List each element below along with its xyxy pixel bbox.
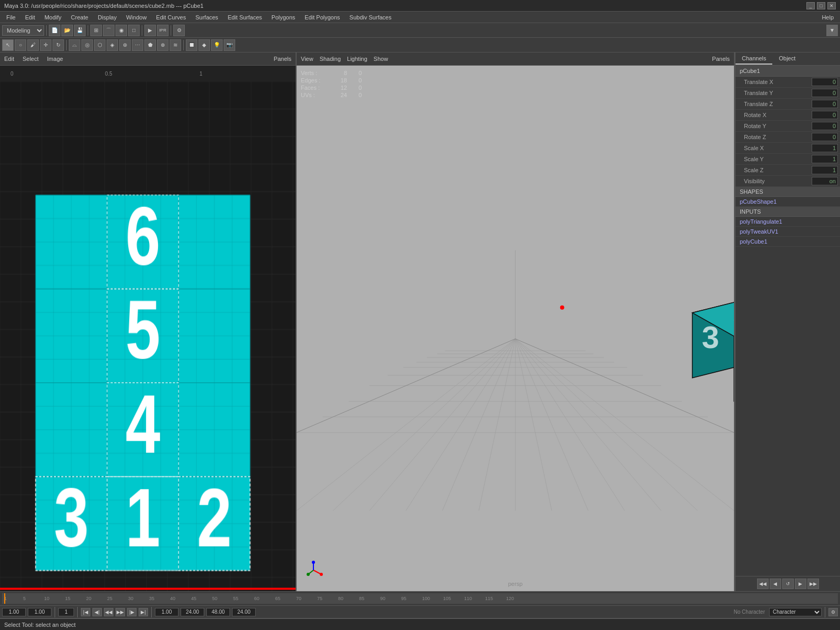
menu-create[interactable]: Create bbox=[67, 13, 92, 22]
scale-z-label: Scale Z bbox=[744, 167, 812, 173]
play-fwd-btn[interactable]: ▶▶ bbox=[116, 608, 125, 616]
3d-viewport[interactable]: Verts : 8 0 Edges : 18 0 Faces : 12 0 UV… bbox=[297, 66, 734, 591]
step-back-btn[interactable]: ◀| bbox=[92, 608, 102, 616]
object-tab[interactable]: Object bbox=[772, 53, 802, 65]
menu-modify[interactable]: Modify bbox=[40, 13, 66, 22]
poly-triangulate-item[interactable]: polyTriangulate1 bbox=[736, 217, 840, 227]
camera-btn[interactable]: 📷 bbox=[224, 39, 235, 51]
hypershade-btn[interactable]: ◆ bbox=[198, 39, 210, 51]
shading-menu[interactable]: Shading bbox=[320, 56, 341, 62]
time-ruler[interactable]: 1 5 10 15 20 25 30 35 40 45 50 55 60 65 … bbox=[2, 593, 838, 604]
subdiv-btn[interactable]: ◈ bbox=[107, 39, 118, 51]
prefs-btn[interactable]: ⚙ bbox=[828, 608, 838, 616]
rotate-btn[interactable]: ↻ bbox=[52, 39, 64, 51]
menu-surfaces[interactable]: Surfaces bbox=[191, 13, 222, 22]
rotate-y-input[interactable] bbox=[812, 122, 838, 130]
frame-field[interactable] bbox=[58, 608, 74, 616]
visibility-input[interactable] bbox=[812, 177, 838, 185]
step-fwd-btn[interactable]: |▶ bbox=[127, 608, 136, 616]
3d-panels-btn[interactable]: Panels bbox=[712, 56, 730, 62]
scale-y-label: Scale Y bbox=[744, 156, 812, 162]
play-back-btn[interactable]: ◀◀ bbox=[104, 608, 113, 616]
shapes-section-header[interactable]: SHAPES bbox=[736, 187, 840, 197]
menu-edit[interactable]: Edit bbox=[21, 13, 39, 22]
menu-edit-curves[interactable]: Edit Curves bbox=[152, 13, 190, 22]
inputs-section-header[interactable]: INPUTS bbox=[736, 207, 840, 217]
save-btn[interactable]: 💾 bbox=[74, 25, 86, 36]
poly-btn[interactable]: ⬡ bbox=[94, 39, 106, 51]
deform-btn[interactable]: ⊛ bbox=[119, 39, 131, 51]
lasso-btn[interactable]: ○ bbox=[15, 39, 26, 51]
menu-edit-polygons[interactable]: Edit Polygons bbox=[300, 13, 344, 22]
menu-polygons[interactable]: Polygons bbox=[267, 13, 299, 22]
show-menu[interactable]: Show bbox=[374, 56, 388, 62]
snap-grid-btn[interactable]: ⊞ bbox=[90, 25, 102, 36]
goto-end-btn[interactable]: ▶| bbox=[139, 608, 148, 616]
total-frames-field[interactable] bbox=[206, 608, 230, 616]
menu-subdiv-surfaces[interactable]: Subdiv Surfaces bbox=[345, 13, 396, 22]
step-field[interactable] bbox=[28, 608, 51, 616]
uv-select-menu[interactable]: Select bbox=[23, 56, 39, 62]
new-scene-btn[interactable]: 📄 bbox=[49, 25, 60, 36]
uv-edit-menu[interactable]: Edit bbox=[4, 56, 14, 62]
maximize-button[interactable]: □ bbox=[817, 2, 825, 9]
render-view-btn[interactable]: 🔲 bbox=[186, 39, 197, 51]
menu-file[interactable]: File bbox=[2, 13, 20, 22]
rotate-y-label: Rotate Y bbox=[744, 123, 812, 129]
open-btn[interactable]: 📂 bbox=[61, 25, 73, 36]
show-ui-btn[interactable]: ⚙ bbox=[173, 25, 185, 36]
uv-image-menu[interactable]: Image bbox=[47, 56, 64, 62]
playback-speed-field[interactable] bbox=[181, 608, 204, 616]
nav-fwd-btn[interactable]: ▶▶ bbox=[807, 579, 819, 589]
view-menu[interactable]: View bbox=[301, 56, 313, 62]
lighting-menu[interactable]: Lighting bbox=[347, 56, 368, 62]
modeling-mode-dropdown[interactable]: Modeling Animation Dynamics Rendering bbox=[2, 25, 44, 36]
minimize-button[interactable]: _ bbox=[806, 2, 815, 9]
rotate-x-input[interactable] bbox=[812, 111, 838, 119]
close-button[interactable]: ✕ bbox=[827, 2, 836, 9]
select-tool-btn[interactable]: ↖ bbox=[2, 39, 14, 51]
paint-select-btn[interactable]: 🖌 bbox=[27, 39, 39, 51]
move-btn[interactable]: ✛ bbox=[40, 39, 51, 51]
range-end-field[interactable] bbox=[232, 608, 256, 616]
constraint-btn[interactable]: ⊕ bbox=[157, 39, 169, 51]
shapes-item[interactable]: pCubeShape1 bbox=[736, 197, 840, 207]
character-dropdown[interactable]: Character bbox=[769, 608, 822, 616]
menu-help[interactable]: Help bbox=[817, 13, 838, 22]
select-mode-btn[interactable]: ▼ bbox=[826, 25, 838, 36]
uv-panels-btn[interactable]: Panels bbox=[274, 56, 291, 62]
snap-point-btn[interactable]: ◉ bbox=[116, 25, 127, 36]
nav-prev-btn[interactable]: ◀ bbox=[770, 579, 781, 589]
curve-tool-btn[interactable]: ⌓ bbox=[69, 39, 80, 51]
current-time-field[interactable] bbox=[2, 608, 26, 616]
ipr-btn[interactable]: IPR bbox=[157, 25, 169, 36]
translate-y-input[interactable] bbox=[812, 89, 838, 97]
channels-tab[interactable]: Channels bbox=[736, 53, 772, 65]
dynamics-btn[interactable]: ≋ bbox=[170, 39, 181, 51]
light-btn[interactable]: 💡 bbox=[211, 39, 223, 51]
scale-z-input[interactable] bbox=[812, 166, 838, 174]
uv-viewport[interactable]: 0 0.5 1 bbox=[0, 66, 296, 591]
nav-back-btn[interactable]: ◀◀ bbox=[757, 579, 769, 589]
translate-x-input[interactable] bbox=[812, 78, 838, 86]
goto-start-btn[interactable]: |◀ bbox=[81, 608, 90, 616]
translate-z-input[interactable] bbox=[812, 100, 838, 108]
skin-btn[interactable]: ⬟ bbox=[144, 39, 156, 51]
range-start-field[interactable] bbox=[155, 608, 178, 616]
surface-btn[interactable]: ◎ bbox=[81, 39, 93, 51]
menu-window[interactable]: Window bbox=[122, 13, 151, 22]
render-btn[interactable]: ▶ bbox=[144, 25, 156, 36]
refresh-btn[interactable]: ↺ bbox=[782, 579, 794, 589]
scale-y-input[interactable] bbox=[812, 155, 838, 163]
time-marker-15: 15 bbox=[65, 596, 70, 601]
poly-tweak-uv-item[interactable]: polyTweakUV1 bbox=[736, 227, 840, 237]
skeleton-btn[interactable]: ⋯ bbox=[132, 39, 143, 51]
nav-next-btn[interactable]: ▶ bbox=[795, 579, 806, 589]
menu-edit-surfaces[interactable]: Edit Surfaces bbox=[224, 13, 266, 22]
snap-curve-btn[interactable]: ⌒ bbox=[103, 25, 114, 36]
scale-x-input[interactable] bbox=[812, 144, 838, 152]
poly-cube-item[interactable]: polyCube1 bbox=[736, 237, 840, 247]
rotate-z-input[interactable] bbox=[812, 133, 838, 141]
snap-surface-btn[interactable]: □ bbox=[128, 25, 140, 36]
menu-display[interactable]: Display bbox=[93, 13, 121, 22]
